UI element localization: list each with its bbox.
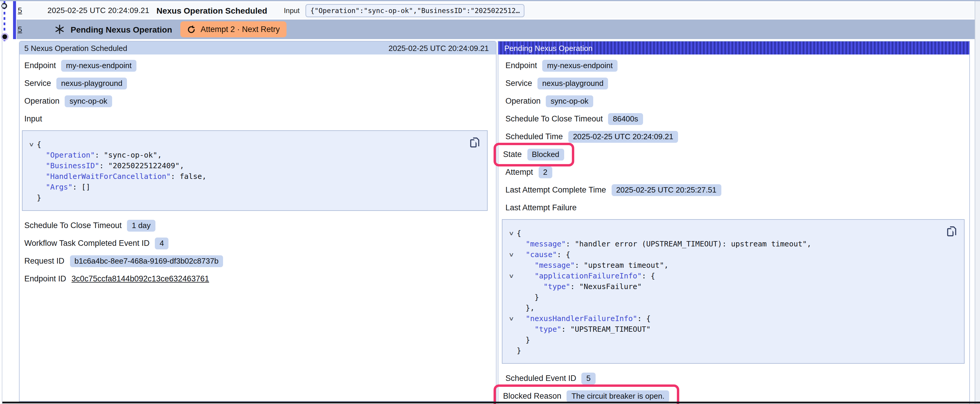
input-section-label: Input	[24, 114, 42, 123]
copy-icon[interactable]	[947, 226, 957, 237]
timeline-current-event-icon[interactable]	[2, 34, 7, 39]
scheduled-panel-title: 5 Nexus Operation Scheduled	[24, 44, 127, 52]
code-text: "nexusHandlerFailureInfo": {	[517, 314, 651, 323]
code-line: ∨}	[506, 345, 940, 355]
nexus-asterisk-icon	[54, 24, 65, 34]
pending-panel-header: Pending Nexus Operation	[498, 41, 969, 54]
event-title: Nexus Operation Scheduled	[156, 6, 267, 15]
scheduled-panel-header: 5 Nexus Operation Scheduled 2025-02-25 U…	[19, 41, 496, 54]
field-value-chip: 2025-02-25 UTC 20:24:09.21	[568, 131, 678, 143]
scheduled-panel-body: Endpointmy-nexus-endpointServicenexus-pl…	[19, 54, 496, 285]
code-text: }	[517, 292, 539, 301]
pending-operation-title: Pending Nexus Operation	[71, 25, 172, 34]
code-line: ∨ "cause": {	[506, 249, 940, 260]
code-line: ∨ }	[506, 334, 940, 345]
scrollbar-track[interactable]	[975, 1, 980, 404]
code-text: "message": "handler error (UPSTREAM_TIME…	[517, 239, 811, 248]
annotation-highlight-box: StateBlocked	[493, 143, 574, 166]
detail-field-row: Attempt2	[506, 166, 969, 178]
field-label: State	[503, 150, 522, 159]
code-line: ∨ "Operation": "sync-op-ok",	[26, 149, 463, 160]
failure-section-label-row: Last Attempt Failure	[506, 201, 969, 214]
field-label: Request ID	[24, 257, 64, 265]
field-label: Schedule To Close Timeout	[24, 221, 122, 230]
collapse-chevron-icon[interactable]: ∨	[504, 230, 519, 236]
code-line: ∨ "nexusHandlerFailureInfo": {	[506, 313, 940, 323]
detail-field-row: Endpoint ID3c0c75ccfa8144b092c13ce632463…	[24, 273, 496, 285]
detail-field-row: Endpointmy-nexus-endpoint	[24, 59, 496, 72]
selected-event-accent-bar	[13, 1, 16, 39]
event-row-pending[interactable]: 5 Pending Nexus Operation Attempt 2 · Ne…	[17, 19, 975, 39]
failure-section-label: Last Attempt Failure	[506, 203, 577, 212]
field-label: Endpoint ID	[24, 274, 66, 283]
code-line: ∨ "applicationFailureInfo": {	[506, 270, 940, 281]
field-value-chip: 1 day	[127, 219, 156, 231]
event-id-link[interactable]: 5	[18, 25, 25, 34]
code-text: "Args": []	[37, 182, 91, 191]
code-text: "message": "upstream timeout",	[517, 260, 668, 269]
field-value-chip: sync-op-ok	[65, 95, 112, 107]
field-value-chip: 4	[155, 237, 169, 249]
collapse-chevron-icon[interactable]: ∨	[504, 251, 519, 257]
field-value-chip: my-nexus-endpoint	[542, 60, 617, 71]
code-line: ∨ "type": "NexusFailure"	[506, 281, 940, 292]
field-label: Workflow Task Completed Event ID	[24, 239, 150, 248]
field-value-chip: 86400s	[608, 113, 643, 125]
code-line: ∨ },	[506, 302, 940, 313]
collapse-chevron-icon[interactable]: ∨	[504, 315, 519, 322]
code-line: ∨ "type": "UPSTREAM_TIMEOUT"	[506, 323, 940, 334]
code-text: },	[517, 303, 535, 312]
detail-field-row: Endpointmy-nexus-endpoint	[506, 59, 969, 72]
input-preview-chip[interactable]: {"Operation":"sync-op-ok","BusinessID":"…	[305, 4, 524, 17]
left-frame-border	[2, 1, 2, 404]
detail-field-row: Scheduled Time2025-02-25 UTC 20:24:09.21	[506, 130, 969, 143]
code-text: }	[517, 335, 530, 344]
detail-field-row: Schedule To Close Timeout86400s	[506, 112, 969, 125]
code-line: ∨ }	[506, 292, 940, 302]
collapse-chevron-icon[interactable]: ∨	[24, 141, 39, 147]
detail-field-row: Blocked ReasonThe circuit breaker is ope…	[506, 390, 969, 402]
code-text: "HandlerWaitForCancellation": false,	[37, 171, 207, 181]
bottom-divider-line	[2, 402, 980, 403]
field-label: Operation	[506, 97, 541, 105]
collapse-chevron-icon[interactable]: ∨	[504, 272, 519, 279]
scheduled-panel-time: 2025-02-25 UTC 20:24:09.21	[388, 44, 489, 52]
code-line: ∨{	[26, 139, 463, 149]
code-text: "type": "NexusFailure"	[517, 282, 641, 291]
detail-field-row: Workflow Task Completed Event ID4	[24, 237, 496, 249]
code-text: }	[517, 345, 521, 355]
field-value-chip: nexus-playground	[538, 77, 608, 89]
field-value-chip: Blocked	[527, 148, 564, 160]
field-value-link[interactable]: 3c0c75ccfa8144b092c13ce632463761	[72, 274, 209, 283]
failure-json-block: ∨{∨ "message": "handler error (UPSTREAM_…	[502, 219, 964, 364]
event-rows: 5 2025-02-25 UTC 20:24:09.21 Nexus Opera…	[17, 2, 975, 39]
copy-icon[interactable]	[470, 137, 480, 148]
event-id-link[interactable]: 5	[18, 6, 25, 15]
field-value-chip: my-nexus-endpoint	[61, 60, 137, 71]
retry-icon	[187, 25, 196, 34]
input-section-label-row: Input	[24, 112, 496, 125]
field-value-chip: 2	[538, 166, 552, 178]
code-text: "BusinessID": "20250225122409",	[37, 161, 184, 170]
detail-field-row: Operationsync-op-ok	[506, 95, 969, 107]
input-inline-label: Input	[284, 6, 299, 14]
field-label: Schedule To Close Timeout	[506, 114, 603, 123]
event-row-scheduled[interactable]: 5 2025-02-25 UTC 20:24:09.21 Nexus Opera…	[17, 2, 975, 18]
event-detail-panels: 5 Nexus Operation Scheduled 2025-02-25 U…	[19, 41, 970, 404]
field-value-chip: b1c6a4bc-8ee7-468a-9169-df3b02c8737b	[70, 255, 223, 267]
code-line: ∨ "HandlerWaitForCancellation": false,	[26, 171, 463, 181]
field-value-chip: The circuit breaker is open.	[567, 390, 670, 402]
retry-attempt-badge: Attempt 2 · Next Retry	[180, 21, 286, 37]
field-value-chip: 5	[582, 372, 595, 384]
scheduled-event-detail-panel: 5 Nexus Operation Scheduled 2025-02-25 U…	[19, 41, 496, 402]
code-line: ∨ "Args": []	[26, 181, 463, 192]
field-value-chip: nexus-playground	[56, 77, 127, 89]
field-label: Service	[24, 79, 51, 88]
code-text: }	[37, 193, 41, 202]
detail-field-row: Request IDb1c6a4bc-8ee7-468a-9169-df3b02…	[24, 255, 496, 267]
code-line: ∨}	[26, 192, 463, 203]
code-text: "Operation": "sync-op-ok",	[37, 150, 162, 159]
field-label: Attempt	[506, 168, 533, 176]
code-line: ∨ "message": "handler error (UPSTREAM_TI…	[506, 238, 940, 249]
code-text: "type": "UPSTREAM_TIMEOUT"	[517, 324, 651, 333]
